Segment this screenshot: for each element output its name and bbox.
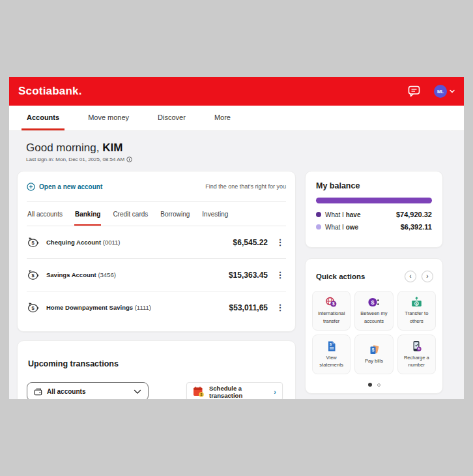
accounts-card-header: Open a new account Find the one that's r… (27, 171, 286, 201)
tab-move-money[interactable]: Move money (83, 106, 134, 130)
wallet-icon (34, 388, 42, 396)
transfer-to-others-icon: $ (410, 297, 423, 308)
my-balance-card: My balance What I have $74,920.32 What I… (305, 171, 443, 248)
svg-text:↻: ↻ (418, 348, 420, 351)
chat-icon (408, 85, 421, 97)
ftab-credit-cards[interactable]: Credit cards (112, 203, 149, 226)
piggy-bank-icon: $ (27, 303, 40, 313)
chevron-right-icon: › (274, 388, 276, 396)
right-column: My balance What I have $74,920.32 What I… (305, 171, 443, 399)
main-content: Good morning, KIM Last sign-in: Mon, Dec… (9, 141, 464, 399)
svg-text:$: $ (32, 305, 35, 311)
account-row-chequing[interactable]: $ Chequing Account (0011) $6,545.22 ⋮ (27, 226, 286, 258)
tile-between-my-accounts[interactable]: $ Between myaccounts (354, 291, 393, 331)
have-dot (316, 212, 321, 217)
open-new-account-link[interactable]: Open a new account (27, 183, 102, 191)
quick-actions-grid: $ Internationaltransfer $ (312, 291, 436, 374)
ftab-banking[interactable]: Banking (74, 203, 101, 226)
tile-transfer-to-others[interactable]: $ Transfer toothers (397, 291, 436, 331)
account-number: (0011) (103, 239, 121, 246)
pay-bills-icon: $ (368, 344, 380, 355)
open-new-account-label: Open a new account (39, 183, 102, 190)
chevron-down-icon (134, 389, 141, 394)
quick-actions-header: Quick actions ‹ › (312, 267, 436, 282)
find-right-account-text: Find the one that's right for you (205, 183, 286, 190)
account-balance: $15,363.45 (229, 271, 268, 280)
owe-label: What I owe (325, 224, 358, 231)
account-balance: $53,011,65 (229, 303, 268, 312)
tab-more[interactable]: More (209, 106, 236, 130)
left-column: Open a new account Find the one that's r… (17, 171, 296, 399)
scotiabank-logo: Scotiabank. (18, 85, 82, 98)
account-row-home-downpayment[interactable]: $ Home Downpayment Savings (1111) $53,01… (27, 291, 286, 323)
last-signin: Last sign-in: Mon, Dec 01, 2025, 08:54 A… (26, 156, 456, 162)
profile-menu[interactable]: ML (434, 85, 455, 98)
account-balance: $6,545.22 (233, 238, 268, 247)
page: { "header": { "logo": "Scotiabank.", "av… (0, 0, 473, 476)
two-column-layout: Open a new account Find the one that's r… (17, 171, 456, 399)
owe-dot (316, 224, 321, 230)
page-dot-inactive[interactable] (377, 383, 380, 387)
plus-circle-icon (27, 183, 35, 191)
quick-actions-title: Quick actions (316, 273, 365, 280)
last-signin-text: Last sign-in: Mon, Dec 01, 2025, 08:54 A… (26, 156, 124, 162)
tile-view-statements[interactable]: $ Viewstatements (312, 335, 351, 374)
account-filter-dropdown[interactable]: All accounts (27, 382, 149, 399)
tile-label: Internationaltransfer (318, 310, 345, 325)
info-icon[interactable] (126, 156, 132, 162)
chevron-down-icon (450, 89, 455, 93)
view-statements-icon: $ (326, 340, 337, 352)
tile-label: Viewstatements (319, 354, 343, 369)
kebab-menu-icon[interactable]: ⋮ (274, 271, 286, 279)
page-dot-active[interactable] (368, 383, 372, 387)
svg-text:$: $ (372, 347, 375, 352)
tab-accounts[interactable]: Accounts (22, 106, 64, 130)
ftab-all-accounts[interactable]: All accounts (27, 203, 63, 226)
what-i-have-row: What I have $74,920.32 (316, 211, 432, 218)
kebab-menu-icon[interactable]: ⋮ (274, 238, 286, 246)
tab-discover[interactable]: Discover (152, 106, 191, 130)
account-number: (1111) (135, 304, 151, 311)
tile-label: Between myaccounts (360, 310, 387, 325)
upcoming-controls: All accounts (27, 382, 286, 399)
piggy-bank-icon: $ (27, 237, 40, 248)
prev-arrow-button[interactable]: ‹ (405, 271, 416, 282)
pagination-dots (312, 383, 436, 387)
account-name: Chequing Account (0011) (46, 239, 121, 246)
account-row-savings[interactable]: $ Savings Account (3456) $15,363.45 ⋮ (27, 259, 286, 291)
account-filter-tabs: All accounts Banking Credit cards Borrow… (27, 202, 286, 226)
account-filter-value: All accounts (47, 388, 85, 395)
balance-bar (316, 198, 432, 203)
tile-label: Pay bills (365, 357, 383, 364)
owe-value: $6,392.11 (401, 223, 432, 231)
tile-recharge-a-number[interactable]: ↻ Recharge anumber (397, 335, 436, 374)
chat-button[interactable] (408, 85, 422, 98)
calendar-dollar-icon: $ (193, 386, 205, 398)
ftab-investing[interactable]: Investing (201, 203, 229, 226)
svg-text:$: $ (200, 393, 202, 396)
top-header: Scotiabank. ML (9, 77, 464, 106)
svg-text:$: $ (330, 342, 332, 346)
what-i-owe-row: What I owe $6,392.11 (316, 223, 432, 231)
account-name: Home Downpayment Savings (1111) (46, 304, 151, 311)
next-arrow-button[interactable]: › (422, 271, 433, 282)
tile-international-transfer[interactable]: $ Internationaltransfer (312, 291, 351, 331)
greeting-name: KIM (102, 141, 122, 154)
svg-text:$: $ (332, 302, 335, 307)
tile-pay-bills[interactable]: $ Pay bills (354, 335, 393, 374)
upcoming-title: Upcoming transactions (28, 359, 286, 368)
between-accounts-icon: $ (367, 297, 380, 308)
my-balance-title: My balance (316, 181, 432, 190)
ftab-borrowing[interactable]: Borrowing (160, 203, 190, 226)
svg-text:$: $ (371, 299, 375, 306)
tile-label: Transfer toothers (405, 310, 428, 325)
schedule-transaction-button[interactable]: $ Schedule a transaction › (186, 382, 283, 399)
primary-nav: Accounts Move money Discover More (9, 106, 464, 131)
avatar: ML (434, 85, 447, 98)
kebab-menu-icon[interactable]: ⋮ (274, 303, 286, 312)
banking-app-window: Scotiabank. ML Accounts Move money Disco… (9, 77, 464, 399)
page-title: Good morning, KIM (26, 141, 456, 155)
quick-actions-pager: ‹ › (405, 271, 433, 282)
svg-text:$: $ (32, 273, 35, 278)
svg-text:$: $ (32, 240, 35, 246)
